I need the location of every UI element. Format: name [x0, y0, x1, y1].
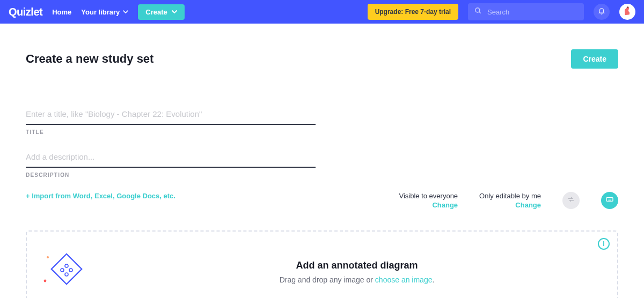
diagram-dropzone[interactable]: Add an annotated diagram Drag and drop a… — [26, 230, 618, 298]
import-link[interactable]: + Import from Word, Excel, Google Docs, … — [26, 192, 175, 200]
svg-point-13 — [47, 256, 49, 258]
editable-block: Only editable by me Change — [479, 192, 541, 209]
svg-point-12 — [65, 273, 68, 276]
svg-point-11 — [69, 269, 72, 272]
svg-point-10 — [61, 269, 64, 272]
editable-label: Only editable by me — [479, 192, 541, 200]
set-form: TITLE DESCRIPTION — [26, 106, 316, 178]
svg-point-0 — [475, 8, 480, 12]
nav-create-button[interactable]: Create — [138, 4, 184, 20]
page-title: Create a new study set — [26, 52, 153, 66]
svg-point-9 — [65, 264, 68, 267]
title-field-label: TITLE — [26, 129, 316, 135]
svg-point-2 — [627, 6, 628, 8]
info-icon: i — [603, 240, 604, 248]
upgrade-button[interactable]: Upgrade: Free 7-day trial — [368, 4, 458, 20]
nav-home[interactable]: Home — [52, 8, 71, 16]
description-input[interactable] — [26, 149, 316, 168]
search-input[interactable] — [487, 8, 577, 16]
avatar-icon — [621, 5, 633, 19]
visibility-label: Visible to everyone — [399, 192, 458, 200]
keyboard-button[interactable] — [601, 192, 618, 209]
nav-your-library-label: Your library — [81, 8, 120, 16]
nav-your-library[interactable]: Your library — [81, 8, 128, 16]
svg-line-1 — [479, 12, 481, 13]
dropzone-sub-suffix: . — [432, 275, 434, 284]
dropzone-info-button[interactable]: i — [598, 238, 610, 250]
dropzone-subtitle: Drag and drop any image or choose an ima… — [109, 275, 604, 284]
swap-button[interactable] — [562, 192, 580, 209]
top-nav: Quizlet Home Your library Create Upgrade… — [0, 0, 644, 24]
dropzone-title: Add an annotated diagram — [109, 260, 604, 271]
title-input[interactable] — [26, 106, 316, 125]
avatar[interactable] — [619, 4, 635, 20]
swap-icon — [567, 196, 575, 205]
quizlet-logo[interactable]: Quizlet — [9, 6, 42, 18]
keyboard-icon — [605, 195, 614, 206]
page-header: Create a new study set Create — [26, 49, 618, 69]
svg-point-14 — [44, 280, 47, 282]
chevron-down-icon — [123, 8, 128, 16]
editable-change-link[interactable]: Change — [479, 201, 541, 209]
diagram-illustration — [40, 248, 88, 296]
bell-icon — [598, 7, 605, 17]
title-field: TITLE — [26, 106, 316, 135]
dropzone-sub-prefix: Drag and drop any image or — [280, 275, 375, 284]
description-field: DESCRIPTION — [26, 149, 316, 178]
dropzone-text: Add an annotated diagram Drag and drop a… — [109, 260, 604, 284]
choose-image-link[interactable]: choose an image — [375, 275, 433, 284]
search-icon — [474, 7, 482, 17]
visibility-block: Visible to everyone Change — [399, 192, 458, 209]
page-content: Create a new study set Create TITLE DESC… — [0, 49, 644, 298]
chevron-down-icon — [172, 8, 177, 16]
search-box[interactable] — [468, 3, 584, 20]
nav-create-label: Create — [145, 8, 167, 16]
svg-rect-8 — [52, 254, 82, 285]
description-field-label: DESCRIPTION — [26, 172, 316, 178]
notifications-button[interactable] — [594, 4, 610, 20]
meta-row: + Import from Word, Excel, Google Docs, … — [26, 192, 618, 209]
svg-rect-3 — [606, 198, 613, 202]
create-set-button[interactable]: Create — [571, 49, 618, 69]
visibility-change-link[interactable]: Change — [399, 201, 458, 209]
